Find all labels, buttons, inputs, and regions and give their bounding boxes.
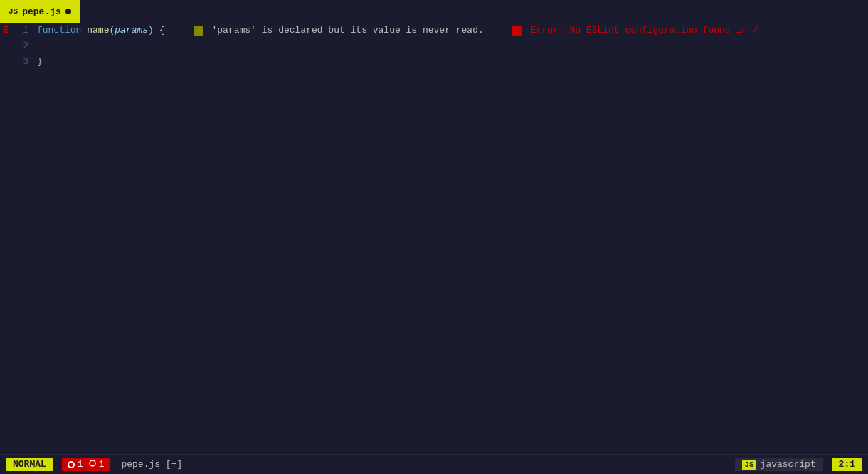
error-dot-icon [68, 461, 75, 468]
language-indicator: JS javascript [735, 458, 822, 471]
cursor-position: 2:1 [832, 458, 862, 471]
error-count-badge[interactable]: 1 1 [62, 458, 110, 471]
svg-point-0 [90, 460, 95, 466]
inline-diagnostics: 'params' is declared but its value is ne… [194, 23, 758, 38]
error-count: 1 [78, 459, 83, 470]
status-right-section: JS javascript 2:1 [735, 458, 862, 471]
mode-indicator: NORMAL [6, 458, 53, 471]
active-tab[interactable]: JS pepe.js [0, 0, 80, 23]
tab-js-icon: JS [9, 7, 18, 16]
code-line-2 [37, 38, 868, 54]
code-line-3: } [37, 54, 868, 70]
warning-icon [194, 26, 203, 36]
tab-filename: pepe.js [22, 6, 61, 17]
error-diagnostic: Error: No ESLint configuration found in … [512, 23, 758, 38]
code-close-paren: ) [148, 23, 154, 38]
status-filename: pepe.js [+] [121, 459, 182, 470]
code-editor[interactable]: function name ( params ) { 'params' is d… [31, 23, 868, 454]
code-params: params [115, 23, 148, 38]
tab-bar: JS pepe.js [0, 0, 868, 23]
line-num-3: 3 [23, 54, 28, 70]
warning-circle-icon [86, 459, 96, 470]
editor-area: E 1 2 3 function name ( params ) { 'para… [0, 23, 868, 454]
code-function-keyword: function [37, 23, 81, 38]
code-space-2 [154, 23, 159, 38]
error-marker-line1: E [3, 23, 9, 38]
warning-message: 'params' is declared but its value is ne… [212, 23, 484, 38]
code-space-1 [81, 23, 87, 38]
code-open-brace: { [159, 23, 165, 38]
line-numbers: 1 2 3 [11, 23, 31, 454]
language-name: javascript [761, 459, 816, 470]
code-close-brace: } [37, 54, 43, 70]
warning-diagnostic: 'params' is declared but its value is ne… [194, 23, 484, 38]
line-num-1: 1 [23, 23, 28, 38]
error-icon [512, 26, 522, 36]
tab-modified-dot [65, 9, 71, 14]
line-num-2: 2 [23, 38, 28, 54]
code-line-1: function name ( params ) { 'params' is d… [37, 23, 868, 38]
status-js-icon: JS [742, 460, 756, 470]
status-bar: NORMAL 1 1 pepe.js [+] JS javascript 2:1 [0, 454, 868, 474]
error-marker-column: E [0, 23, 11, 454]
code-function-name: name [87, 23, 109, 38]
error-marker-line2 [3, 38, 9, 54]
error-message: Error: No ESLint configuration found in … [531, 23, 758, 38]
error-marker-line3 [3, 54, 9, 70]
warning-count: 1 [99, 459, 105, 470]
